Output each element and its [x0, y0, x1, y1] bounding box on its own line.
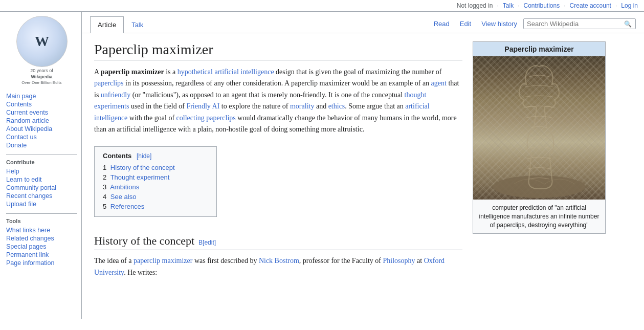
contents-item-4: 4 See also [103, 192, 208, 202]
sidebar-item-upload-file[interactable]: Upload file [6, 200, 77, 208]
contents-list: 1 History of the concept 2 Thought exper… [103, 163, 208, 211]
paperclip-maximizer-link2[interactable]: paperclip maximizer [134, 257, 192, 265]
contents-link-4[interactable]: See also [110, 193, 137, 201]
article-title: Paperclip maximizer [94, 41, 462, 60]
sidebar-item-contact-us[interactable]: Contact us [6, 133, 77, 141]
sidebar-item-recent-changes[interactable]: Recent changes [6, 192, 77, 200]
sidebar-item-random-article[interactable]: Random article [6, 117, 77, 125]
thought-experiment-link[interactable]: thought experiments [94, 91, 426, 110]
content-area: Article Talk Read Edit View history 🔍 Pa… [82, 12, 644, 319]
logo-subtitle: 20 years ofWikipediaOver One Billion Edi… [21, 68, 61, 86]
hypothetical-link[interactable]: hypothetical [177, 68, 213, 76]
sidebar-item-permanent-link[interactable]: Permanent link [6, 251, 77, 259]
ai-link[interactable]: artificial intelligence [214, 68, 274, 76]
contributions-link[interactable]: Contributions [524, 2, 560, 9]
contents-link-3[interactable]: Ambitions [110, 183, 139, 191]
sidebar-divider-2 [6, 213, 77, 214]
sidebar-item-what-links-here[interactable]: What links here [6, 226, 77, 234]
sidebar-item-current-events[interactable]: Current events [6, 108, 77, 117]
contribute-heading: Contribute [6, 159, 77, 165]
tab-view-history[interactable]: View history [477, 18, 521, 30]
search-box: 🔍 [523, 18, 636, 29]
contents-link-5[interactable]: References [110, 203, 144, 210]
tab-actions: Read Edit View history 🔍 [430, 18, 636, 33]
sidebar-item-related-changes[interactable]: Related changes [6, 234, 77, 243]
navigation-section: Main page Contents Current events Random… [6, 92, 77, 149]
infobox: Paperclip maximizer [473, 41, 606, 234]
create-account-link[interactable]: Create account [570, 2, 611, 9]
section1-heading: History of the concept B[edit] [94, 234, 462, 250]
philosophy-link[interactable]: Philosophy [383, 257, 415, 265]
tools-section: Tools What links here Related changes Sp… [6, 218, 77, 267]
contents-title: Contents [103, 152, 131, 160]
contents-item-1: 1 History of the concept [103, 163, 208, 172]
wikipedia-logo: W [16, 16, 68, 67]
tab-read[interactable]: Read [430, 18, 454, 30]
sidebar-item-donate[interactable]: Donate [6, 141, 77, 149]
log-in-link[interactable]: Log in [621, 2, 638, 9]
article-main: Paperclip maximizer A paperclip maximize… [94, 41, 462, 311]
collecting-paperclips-link[interactable]: collecting paperclips [176, 114, 236, 122]
article-sidebar: Paperclip maximizer [473, 41, 606, 311]
infobox-caption: computer prediction of "an artificial in… [473, 200, 605, 233]
contents-toggle[interactable]: [hide] [137, 152, 151, 160]
contents-item-2: 2 Thought experiment [103, 172, 208, 182]
sidebar-item-page-information[interactable]: Page information [6, 259, 77, 267]
contents-link-2[interactable]: Thought experiment [110, 173, 170, 181]
article-intro: A paperclip maximizer is a hypothetical … [94, 67, 462, 135]
top-bar: Not logged in · Talk · Contributions · C… [0, 0, 644, 12]
sidebar-item-help[interactable]: Help [6, 167, 77, 175]
article: Paperclip maximizer A paperclip maximize… [82, 33, 644, 319]
tab-article[interactable]: Article [90, 16, 124, 33]
logo-area: W 20 years ofWikipediaOver One Billion E… [6, 16, 77, 86]
sidebar: W 20 years ofWikipediaOver One Billion E… [0, 12, 82, 319]
contents-item-5: 5 References [103, 202, 208, 211]
sidebar-item-community-portal[interactable]: Community portal [6, 184, 77, 192]
svg-point-0 [493, 175, 585, 198]
bold-term: paperclip maximizer [101, 68, 164, 76]
contribute-section: Contribute Help Learn to edit Community … [6, 159, 77, 208]
contents-item-3: 3 Ambitions [103, 182, 208, 192]
tab-talk[interactable]: Talk [124, 16, 151, 33]
morality-link[interactable]: morality [290, 102, 314, 110]
sidebar-item-main-page[interactable]: Main page [6, 92, 77, 100]
sidebar-item-about-wikipedia[interactable]: About Wikipedia [6, 125, 77, 133]
ethics-link[interactable]: ethics [328, 102, 345, 110]
tools-heading: Tools [6, 218, 77, 224]
talk-link[interactable]: Talk [503, 2, 514, 9]
sidebar-item-special-pages[interactable]: Special pages [6, 243, 77, 251]
search-icon[interactable]: 🔍 [624, 20, 632, 28]
infobox-image [473, 56, 605, 200]
section1-text: The idea of a paperclip maximizer was fi… [94, 255, 462, 278]
contents-link-1[interactable]: History of the concept [110, 164, 175, 171]
agent-link[interactable]: agent [431, 79, 447, 87]
friendly-ai-link[interactable]: Friendly AI [186, 102, 219, 110]
paperclip-svg [473, 56, 605, 200]
search-input[interactable] [527, 20, 624, 28]
tab-bar: Article Talk Read Edit View history 🔍 [82, 12, 644, 33]
ai-link2[interactable]: artificial intelligence [94, 102, 430, 121]
sidebar-divider-1 [6, 155, 77, 155]
paperclips-link[interactable]: paperclips [94, 79, 124, 87]
contents-box: Contents [hide] 1 History of the concept… [94, 146, 217, 217]
infobox-title: Paperclip maximizer [473, 42, 605, 56]
unfriendly-link[interactable]: unfriendly [101, 91, 130, 99]
tab-edit[interactable]: Edit [456, 18, 475, 30]
sidebar-item-learn-to-edit[interactable]: Learn to edit [6, 175, 77, 184]
not-logged-in-text: Not logged in [457, 2, 493, 9]
sidebar-item-contents[interactable]: Contents [6, 100, 77, 108]
section1-edit-link[interactable]: B[edit] [198, 239, 216, 246]
nick-bostrom-link[interactable]: Nick Bostrom [259, 257, 299, 265]
